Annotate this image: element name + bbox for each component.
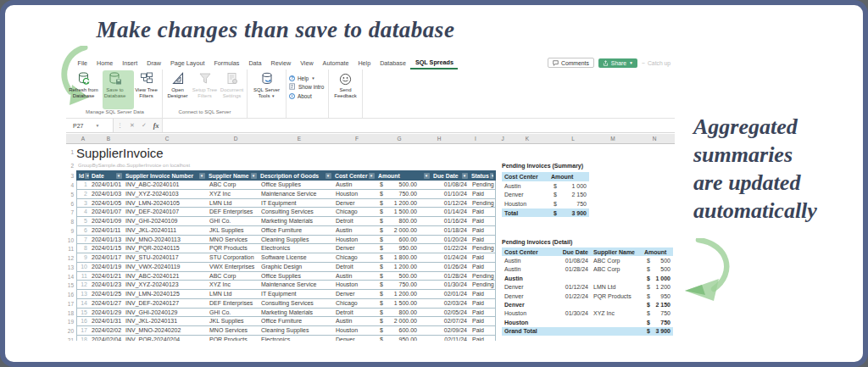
tab-sql-spreads[interactable]: SQL Spreads bbox=[410, 58, 458, 70]
cell-invoice-number[interactable]: INV_DEF-20240127 bbox=[124, 299, 207, 308]
cell-invoice-number[interactable]: INV_DEF-20240107 bbox=[124, 208, 207, 216]
cell-status[interactable]: Paid bbox=[470, 217, 494, 225]
cell-status[interactable]: Paid bbox=[470, 236, 494, 244]
filter-dropdown-icon[interactable]: ▼ bbox=[369, 173, 375, 179]
column-header-E[interactable]: E bbox=[292, 136, 306, 142]
cell-cost-center[interactable]: Detroit bbox=[333, 217, 376, 225]
cell-cost-center[interactable]: Chicago bbox=[333, 253, 376, 262]
column-header-M[interactable]: M bbox=[606, 136, 620, 142]
cell-description[interactable]: IT Equipment bbox=[259, 290, 333, 298]
cell-due-date[interactable]: 01/24/24 bbox=[431, 253, 470, 262]
detail-cost-center[interactable]: Denver bbox=[502, 293, 549, 299]
cell-date[interactable]: 2024/01/27 bbox=[90, 299, 124, 308]
cell-id[interactable]: 3 bbox=[77, 199, 90, 208]
detail-amount[interactable]: $950 bbox=[644, 293, 673, 299]
detail-cost-center[interactable]: Houston bbox=[502, 310, 549, 316]
cell-due-date[interactable]: 01/16/24 bbox=[431, 217, 470, 225]
row-number-14[interactable]: 14 bbox=[66, 274, 74, 280]
catch-up-button[interactable]: ~ Catch up bbox=[642, 60, 670, 66]
column-header-D[interactable]: D bbox=[229, 136, 242, 142]
filter-dropdown-icon[interactable]: ▼ bbox=[462, 173, 468, 179]
cell-cost-center[interactable]: Houston bbox=[333, 236, 376, 244]
cell-id[interactable]: 4 bbox=[77, 208, 90, 216]
cell-cost-center[interactable]: Austin bbox=[333, 272, 376, 281]
cell-amount[interactable]: $950.00 bbox=[376, 244, 431, 253]
cell-description[interactable]: Cleaning Supplies bbox=[259, 326, 333, 335]
cell-id[interactable]: 6 bbox=[77, 226, 90, 235]
cell-date[interactable]: 2024/01/29 bbox=[90, 309, 124, 317]
cell-status[interactable]: Paid bbox=[470, 299, 494, 308]
cell-invoice-number[interactable]: INV_GHI-20240129 bbox=[124, 309, 207, 317]
column-header-F[interactable]: F bbox=[350, 136, 364, 142]
cell-amount[interactable]: $1 800.00 bbox=[376, 253, 431, 262]
sql-server-tools-button[interactable]: SQL Server Tools ▼ bbox=[252, 71, 282, 100]
cell-status[interactable]: Paid bbox=[470, 336, 494, 341]
comments-button[interactable]: Comments bbox=[548, 58, 594, 68]
row-number-18[interactable]: 18 bbox=[66, 310, 74, 316]
cell-supplier-name[interactable]: JKL Supplies bbox=[207, 226, 259, 235]
cell-cost-center[interactable]: Austin bbox=[333, 226, 376, 235]
cell-invoice-number[interactable]: INV_MNO-20240202 bbox=[124, 326, 207, 335]
cell-date[interactable]: 2024/01/21 bbox=[90, 272, 124, 281]
cell-status[interactable]: Paid bbox=[470, 263, 494, 271]
row-number-4[interactable]: 4 bbox=[66, 182, 74, 188]
detail-cost-center[interactable]: Austin bbox=[502, 275, 549, 281]
column-header-C[interactable]: C bbox=[160, 136, 174, 142]
cell-amount[interactable]: $800.00 bbox=[376, 217, 431, 225]
detail-amount[interactable]: $2 150 bbox=[644, 302, 673, 308]
cell-supplier-name[interactable]: ABC Corp bbox=[207, 181, 259, 189]
open-designer-button[interactable]: Open Designer bbox=[164, 71, 191, 100]
cell-status[interactable]: Paid bbox=[470, 226, 494, 235]
row-number-6[interactable]: 6 bbox=[66, 201, 74, 207]
cell-amount[interactable]: $600.00 bbox=[376, 326, 431, 335]
cell-description[interactable]: Office Furniture bbox=[259, 317, 333, 325]
cell-status[interactable]: Pending bbox=[470, 281, 494, 289]
detail-cost-center[interactable]: Austin bbox=[502, 258, 549, 264]
cell-description[interactable]: Maintenance Service bbox=[259, 281, 333, 289]
cell-date[interactable]: 2024/01/23 bbox=[90, 281, 124, 289]
cell-supplier-name[interactable]: GHI Co. bbox=[207, 309, 259, 317]
cell-amount[interactable]: $1 200.00 bbox=[376, 199, 431, 208]
row-number-5[interactable]: 5 bbox=[66, 192, 74, 197]
cell-description[interactable]: Consulting Services bbox=[259, 299, 333, 308]
setup-tree-filters-button[interactable]: Setup Tree Filters bbox=[192, 71, 218, 100]
cell-description[interactable]: Electronics bbox=[259, 336, 333, 341]
about-button[interactable]: i About bbox=[289, 93, 328, 99]
column-header-A[interactable]: A bbox=[76, 136, 90, 142]
show-intro-button[interactable]: Show intro bbox=[289, 83, 328, 91]
tab-page-layout[interactable]: Page Layout bbox=[166, 58, 209, 69]
cell-cost-center[interactable]: Austin bbox=[333, 181, 376, 189]
cell-id[interactable]: 13 bbox=[77, 290, 90, 298]
row-number-11[interactable]: 11 bbox=[66, 246, 74, 252]
cell-id[interactable]: 16 bbox=[77, 317, 90, 325]
cell-status[interactable]: Pending bbox=[470, 272, 494, 281]
cell-description[interactable]: IT Equipment bbox=[259, 199, 333, 208]
cell-cost-center[interactable]: Chicago bbox=[333, 208, 376, 216]
cell-description[interactable]: Office Furniture bbox=[259, 226, 333, 235]
tab-automate[interactable]: Automate bbox=[318, 58, 353, 69]
cell-invoice-number[interactable]: INV_MNO-20240113 bbox=[124, 236, 207, 244]
cell-date[interactable]: 2024/02/04 bbox=[90, 336, 124, 341]
cell-invoice-number[interactable]: INV_ABC-20240121 bbox=[124, 272, 207, 281]
cell-amount[interactable]: $800.00 bbox=[376, 309, 431, 317]
cancel-icon[interactable]: ✕ bbox=[126, 122, 138, 129]
cell-cost-center[interactable]: Houston bbox=[333, 281, 376, 289]
share-button[interactable]: Share ▼ bbox=[598, 58, 637, 68]
document-settings-button[interactable]: Document Settings bbox=[219, 71, 245, 100]
cell-date[interactable]: 2024/01/03 bbox=[90, 190, 124, 198]
cell-due-date[interactable]: 02/05/24 bbox=[431, 309, 470, 317]
column-header-H[interactable]: H bbox=[432, 136, 446, 142]
cell-cost-center[interactable]: Denver bbox=[333, 199, 376, 208]
cell-status[interactable]: Pending bbox=[470, 181, 494, 189]
summary-cost-center[interactable]: Houston bbox=[502, 201, 551, 207]
cell-supplier-name[interactable]: XYZ Inc bbox=[207, 281, 259, 289]
tab-formulas[interactable]: Formulas bbox=[209, 58, 244, 69]
detail-amount[interactable]: $500 bbox=[644, 266, 673, 272]
detail-due-date[interactable]: 01/08/24 bbox=[549, 258, 593, 264]
row-number-9[interactable]: 9 bbox=[66, 228, 74, 234]
detail-due-date[interactable]: 01/28/24 bbox=[549, 266, 593, 272]
cell-description[interactable]: Software License bbox=[259, 253, 333, 262]
cell-supplier-name[interactable]: DEF Enterprises bbox=[207, 208, 259, 216]
column-header-I[interactable]: I bbox=[469, 136, 482, 142]
cell-date[interactable]: 2024/01/15 bbox=[90, 244, 124, 253]
